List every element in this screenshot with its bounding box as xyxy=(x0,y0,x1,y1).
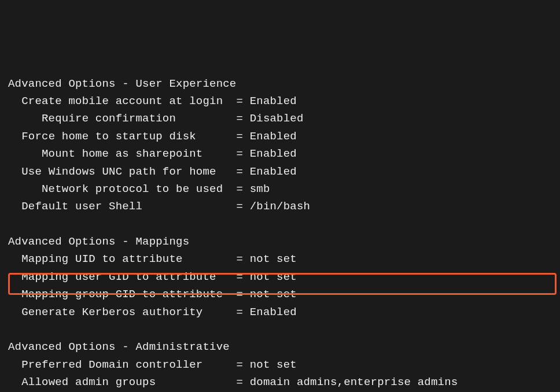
row-value: not set xyxy=(250,253,297,265)
row-equals: = xyxy=(236,358,249,371)
row-value: not set xyxy=(250,288,297,301)
row-value: smb xyxy=(250,183,270,195)
row-indent xyxy=(8,112,42,125)
config-row: Mount home as sharepoint = Enabled xyxy=(8,145,560,162)
config-row: Require confirmation = Disabled xyxy=(8,110,560,127)
config-row: Preferred Domain controller = not set xyxy=(8,356,560,373)
row-label: Use Windows UNC path for home xyxy=(21,165,236,178)
config-row: Use Windows UNC path for home = Enabled xyxy=(8,163,560,180)
config-row: Mapping UID to attribute = not set xyxy=(8,250,560,268)
row-value: Enabled xyxy=(250,165,297,178)
row-indent xyxy=(8,130,21,143)
row-equals: = xyxy=(236,200,249,213)
config-row: Default user Shell = /bin/bash xyxy=(8,198,560,215)
config-row: Mapping user GID to attribute = not set xyxy=(8,268,560,286)
row-label: Network protocol to be used xyxy=(42,183,236,195)
row-label: Mapping UID to attribute xyxy=(21,253,236,265)
row-equals: = xyxy=(236,147,249,160)
row-indent xyxy=(8,306,21,319)
row-indent xyxy=(8,358,21,371)
config-row: Mapping group GID to attribute = not set xyxy=(8,286,560,303)
row-value: Enabled xyxy=(250,147,297,160)
row-label: Mapping group GID to attribute xyxy=(21,288,236,301)
config-row: Generate Kerberos authority = Enabled xyxy=(8,304,560,321)
row-equals: = xyxy=(236,271,249,283)
row-indent xyxy=(8,165,21,178)
row-label: Create mobile account at login xyxy=(21,95,236,108)
section-header: Advanced Options - Mappings xyxy=(8,233,560,250)
section-header: Advanced Options - Administrative xyxy=(8,338,560,356)
row-value: not set xyxy=(250,271,297,283)
row-label: Allowed admin groups xyxy=(21,376,236,389)
config-row: Force home to startup disk = Enabled xyxy=(8,128,560,145)
row-indent xyxy=(8,271,21,283)
row-equals: = xyxy=(236,130,249,143)
row-equals: = xyxy=(236,165,249,178)
row-indent xyxy=(8,95,21,108)
row-equals: = xyxy=(236,183,249,195)
row-indent xyxy=(8,147,42,160)
row-label: Default user Shell xyxy=(21,200,236,213)
row-label: Mount home as sharepoint xyxy=(42,147,236,160)
config-row: Create mobile account at login = Enabled xyxy=(8,93,560,110)
row-value: domain admins,enterprise admins xyxy=(250,376,458,389)
row-label: Preferred Domain controller xyxy=(21,358,236,371)
row-equals: = xyxy=(236,376,249,389)
row-label: Mapping user GID to attribute xyxy=(21,271,236,283)
row-equals: = xyxy=(236,253,249,265)
row-value: Enabled xyxy=(250,130,297,143)
row-indent xyxy=(8,183,42,195)
row-equals: = xyxy=(236,112,249,125)
row-indent xyxy=(8,253,21,265)
row-value: not set xyxy=(250,358,297,371)
row-label: Generate Kerberos authority xyxy=(21,306,236,319)
row-equals: = xyxy=(236,288,249,301)
row-value: Disabled xyxy=(250,112,304,125)
row-value: Enabled xyxy=(250,306,297,319)
row-indent xyxy=(8,200,21,213)
config-row: Network protocol to be used = smb xyxy=(8,180,560,198)
row-label: Force home to startup disk xyxy=(21,130,236,143)
blank-line xyxy=(8,216,560,233)
blank-line xyxy=(8,321,560,338)
row-equals: = xyxy=(236,95,249,108)
row-label: Require confirmation xyxy=(42,112,236,125)
row-value: Enabled xyxy=(250,95,297,108)
config-row: Allowed admin groups = domain admins,ent… xyxy=(8,373,560,391)
row-equals: = xyxy=(236,306,249,319)
row-value: /bin/bash xyxy=(250,200,310,213)
row-indent xyxy=(8,376,21,389)
section-header: Advanced Options - User Experience xyxy=(8,75,560,93)
row-indent xyxy=(8,288,21,301)
terminal-output: Advanced Options - User Experience Creat… xyxy=(8,75,560,392)
